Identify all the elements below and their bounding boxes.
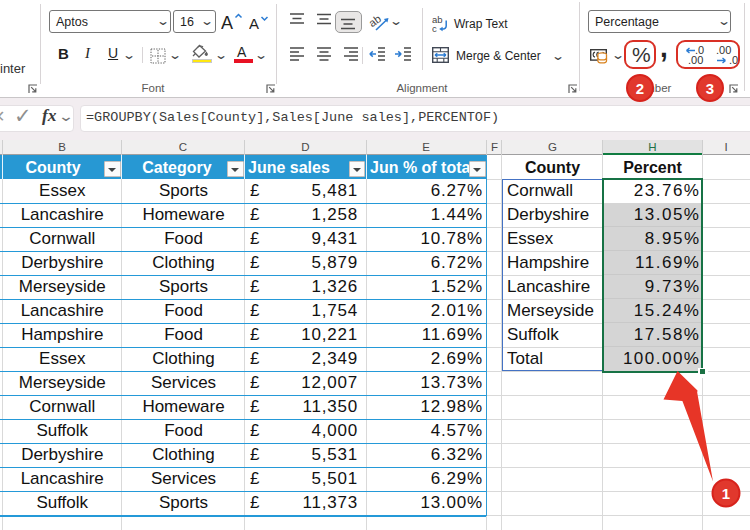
svg-text:A: A (221, 13, 233, 33)
svg-text:ab: ab (369, 13, 383, 29)
svg-text:A: A (249, 15, 259, 32)
svg-text:c: c (432, 23, 437, 33)
